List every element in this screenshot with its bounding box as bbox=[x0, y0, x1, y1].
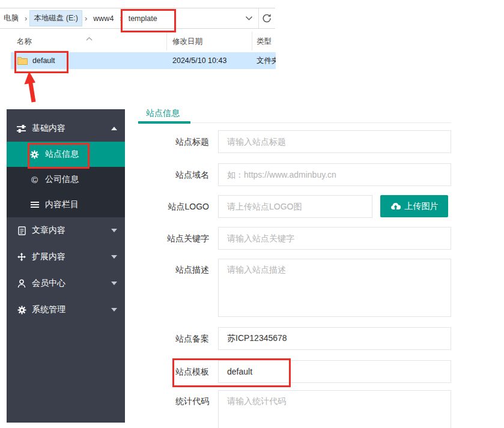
file-type: 文件夹 bbox=[257, 56, 276, 66]
explorer-address-bar: 电脑 › 本地磁盘 (E:) › www4 › template bbox=[0, 8, 275, 29]
sidebar-item-label: 内容栏目 bbox=[45, 199, 79, 210]
cloud-upload-icon bbox=[390, 202, 401, 210]
site-domain-input[interactable] bbox=[218, 163, 451, 186]
field-label-site-keywords: 站点关键字 bbox=[131, 233, 209, 244]
refresh-icon[interactable] bbox=[259, 13, 275, 23]
site-icp-input[interactable] bbox=[218, 327, 451, 350]
user-icon bbox=[17, 279, 26, 288]
sidebar-item-site-info[interactable]: 站点信息 bbox=[7, 142, 125, 167]
breadcrumb-item-template[interactable]: template bbox=[125, 10, 161, 26]
document-icon bbox=[17, 226, 26, 235]
sort-ascending-icon[interactable] bbox=[86, 32, 93, 43]
active-tab-underline bbox=[138, 121, 190, 124]
site-description-textarea[interactable] bbox=[218, 259, 451, 317]
field-label-site-logo: 站点LOGO bbox=[131, 201, 209, 212]
copyright-icon: © bbox=[30, 175, 39, 185]
annotation-arrow-up bbox=[22, 70, 42, 107]
column-header-type[interactable]: 类型 bbox=[257, 37, 272, 47]
breadcrumb-separator-icon: › bbox=[117, 14, 124, 23]
site-title-input[interactable] bbox=[218, 130, 451, 153]
field-label-statistics-code: 统计代码 bbox=[131, 396, 209, 406]
column-divider[interactable] bbox=[166, 32, 167, 50]
screenshot-root: 电脑 › 本地磁盘 (E:) › www4 › template 名称 修改日期… bbox=[0, 0, 504, 428]
breadcrumb-item-www4[interactable]: www4 bbox=[90, 10, 117, 26]
file-name: default bbox=[32, 56, 55, 65]
sidebar-item-label: 扩展内容 bbox=[32, 252, 65, 262]
site-logo-input[interactable] bbox=[218, 195, 372, 218]
file-date-modified: 2024/5/10 10:43 bbox=[172, 56, 226, 65]
site-keywords-input[interactable] bbox=[218, 227, 451, 250]
sidebar-item-extended-content[interactable]: 扩展内容 bbox=[7, 244, 125, 270]
sidebar-submenu-basic-content: 站点信息 © 公司信息 内容栏目 bbox=[7, 142, 125, 217]
address-dropdown-chevron-icon[interactable] bbox=[240, 16, 258, 21]
admin-sidebar: 基础内容 站点信息 bbox=[7, 109, 125, 423]
chevron-down-icon bbox=[111, 282, 117, 285]
statistics-code-textarea[interactable] bbox=[218, 390, 451, 428]
breadcrumb-separator-icon: › bbox=[22, 14, 29, 23]
sidebar-item-system-management[interactable]: 系统管理 bbox=[7, 297, 125, 323]
sidebar-item-label: 系统管理 bbox=[32, 304, 65, 315]
upload-image-button[interactable]: 上传图片 bbox=[380, 195, 448, 217]
sidebar-item-label: 站点信息 bbox=[45, 149, 79, 160]
list-icon bbox=[30, 201, 39, 208]
chevron-down-icon bbox=[111, 255, 117, 259]
chevron-down-icon bbox=[111, 308, 117, 312]
breadcrumb-item-drive-e[interactable]: 本地磁盘 (E:) bbox=[29, 10, 82, 26]
sidebar-item-content-columns[interactable]: 内容栏目 bbox=[7, 192, 125, 217]
sidebar-item-article-content[interactable]: 文章内容 bbox=[7, 217, 125, 244]
gear-icon bbox=[17, 306, 26, 315]
field-label-site-template: 站点模板 bbox=[131, 366, 209, 377]
upload-image-button-label: 上传图片 bbox=[405, 201, 439, 212]
folder-icon bbox=[17, 56, 28, 65]
chevron-up-icon bbox=[111, 127, 117, 130]
sidebar-item-member-center[interactable]: 会员中心 bbox=[7, 270, 125, 297]
address-bar-controls bbox=[240, 8, 275, 28]
breadcrumb-separator-icon: › bbox=[82, 14, 90, 23]
sidebar-item-label: 公司信息 bbox=[45, 174, 79, 185]
column-header-date-modified[interactable]: 修改日期 bbox=[172, 37, 202, 47]
tab-site-info[interactable]: 站点信息 bbox=[146, 108, 180, 119]
gear-icon bbox=[30, 150, 39, 159]
sidebar-item-label: 基础内容 bbox=[32, 123, 65, 134]
column-divider[interactable] bbox=[252, 32, 252, 50]
field-label-site-description: 站点描述 bbox=[131, 264, 209, 275]
chevron-down-icon bbox=[111, 229, 117, 232]
sidebar-item-label: 文章内容 bbox=[32, 225, 65, 236]
file-row-default-folder[interactable]: default 2024/5/10 10:43 文件夹 bbox=[11, 52, 276, 69]
sidebar-item-label: 会员中心 bbox=[32, 278, 65, 289]
sidebar-item-basic-content[interactable]: 基础内容 bbox=[7, 115, 125, 142]
site-template-input[interactable] bbox=[218, 360, 451, 383]
field-label-site-title: 站点标题 bbox=[131, 136, 209, 147]
sidebar-item-company-info[interactable]: © 公司信息 bbox=[7, 167, 125, 192]
column-header-name[interactable]: 名称 bbox=[17, 37, 32, 47]
sliders-icon bbox=[17, 125, 26, 133]
expand-arrows-icon bbox=[17, 253, 26, 261]
field-label-site-icp: 站点备案 bbox=[131, 333, 209, 344]
field-label-site-domain: 站点域名 bbox=[131, 169, 209, 180]
breadcrumb-item-computer[interactable]: 电脑 bbox=[0, 10, 22, 26]
